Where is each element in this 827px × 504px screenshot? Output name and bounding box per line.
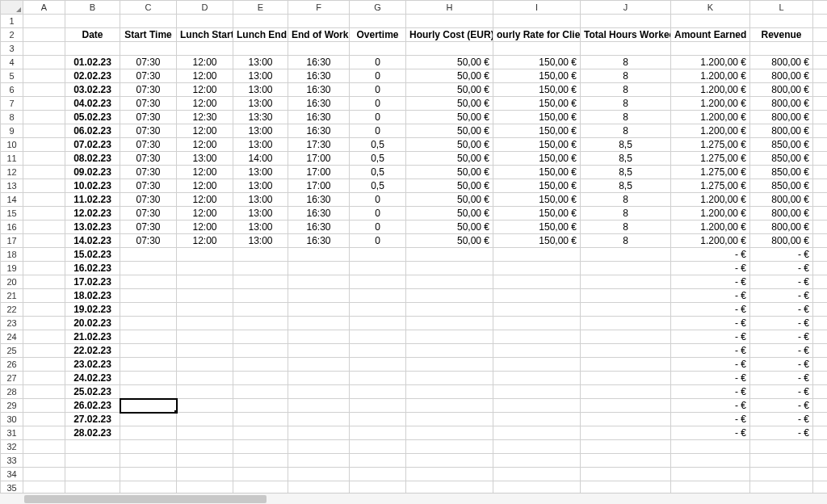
cell-M11[interactable] — [813, 152, 828, 166]
cell-K34[interactable] — [671, 468, 750, 481]
cell-J12[interactable]: 8,5 — [581, 166, 671, 179]
cell-L29[interactable]: - € — [750, 399, 813, 413]
cell-G8[interactable]: 0 — [350, 111, 406, 124]
cell-E24[interactable] — [233, 330, 288, 344]
horizontal-scrollbar[interactable] — [0, 493, 827, 504]
cell-D18[interactable] — [177, 248, 233, 262]
cell-E21[interactable] — [233, 289, 288, 303]
cell-A9[interactable] — [23, 124, 65, 138]
cell-B1[interactable] — [65, 15, 120, 28]
cell-L17[interactable]: 800,00 € — [750, 234, 813, 248]
cell-G25[interactable] — [350, 344, 406, 358]
cell-F16[interactable]: 16:30 — [288, 220, 350, 234]
cell-F5[interactable]: 16:30 — [288, 69, 350, 83]
cell-H2[interactable]: Hourly Cost (EUR) — [406, 28, 493, 42]
scroll-thumb[interactable] — [24, 495, 267, 503]
cell-L10[interactable]: 850,00 € — [750, 138, 813, 152]
cell-C16[interactable]: 07:30 — [120, 220, 177, 234]
cell-E7[interactable]: 13:00 — [233, 97, 288, 111]
cell-K29[interactable]: - € — [671, 399, 750, 413]
row-header-19[interactable]: 19 — [1, 262, 23, 275]
row-header-15[interactable]: 15 — [1, 207, 23, 220]
cell-B30[interactable]: 27.02.23 — [65, 413, 120, 426]
cell-J25[interactable] — [581, 344, 671, 358]
cell-D23[interactable] — [177, 317, 233, 330]
cell-I8[interactable]: 150,00 € — [493, 111, 581, 124]
cell-I33[interactable] — [493, 454, 581, 468]
cell-M12[interactable] — [813, 166, 828, 179]
cell-F19[interactable] — [288, 262, 350, 275]
cell-M14[interactable] — [813, 193, 828, 207]
cell-M32[interactable] — [813, 440, 828, 454]
cell-B9[interactable]: 06.02.23 — [65, 124, 120, 138]
cell-B26[interactable]: 23.02.23 — [65, 358, 120, 372]
cell-A22[interactable] — [23, 303, 65, 317]
cell-M22[interactable] — [813, 303, 828, 317]
cell-K27[interactable]: - € — [671, 372, 750, 385]
cell-A19[interactable] — [23, 262, 65, 275]
cell-M15[interactable] — [813, 207, 828, 220]
cell-C27[interactable] — [120, 372, 177, 385]
cell-J17[interactable]: 8 — [581, 234, 671, 248]
cell-I26[interactable] — [493, 358, 581, 372]
cell-M8[interactable] — [813, 111, 828, 124]
cell-J16[interactable]: 8 — [581, 220, 671, 234]
cell-D30[interactable] — [177, 413, 233, 426]
cell-D11[interactable]: 13:00 — [177, 152, 233, 166]
cell-A29[interactable] — [23, 399, 65, 413]
cell-I5[interactable]: 150,00 € — [493, 69, 581, 83]
cell-I14[interactable]: 150,00 € — [493, 193, 581, 207]
cell-G2[interactable]: Overtime — [350, 28, 406, 42]
cell-G9[interactable]: 0 — [350, 124, 406, 138]
cell-I25[interactable] — [493, 344, 581, 358]
cell-L3[interactable] — [750, 42, 813, 56]
cell-F14[interactable]: 16:30 — [288, 193, 350, 207]
cell-D12[interactable]: 12:00 — [177, 166, 233, 179]
cell-E18[interactable] — [233, 248, 288, 262]
cell-C25[interactable] — [120, 344, 177, 358]
cell-H33[interactable] — [406, 454, 493, 468]
cell-D31[interactable] — [177, 426, 233, 440]
cell-M5[interactable] — [813, 69, 828, 83]
cell-A14[interactable] — [23, 193, 65, 207]
cell-J31[interactable] — [581, 426, 671, 440]
row-header-16[interactable]: 16 — [1, 220, 23, 234]
cell-M29[interactable] — [813, 399, 828, 413]
row-header-5[interactable]: 5 — [1, 69, 23, 83]
cell-L5[interactable]: 800,00 € — [750, 69, 813, 83]
cell-A11[interactable] — [23, 152, 65, 166]
row-header-26[interactable]: 26 — [1, 358, 23, 372]
cell-C21[interactable] — [120, 289, 177, 303]
cell-B11[interactable]: 08.02.23 — [65, 152, 120, 166]
cell-D27[interactable] — [177, 372, 233, 385]
cell-L27[interactable]: - € — [750, 372, 813, 385]
cell-G19[interactable] — [350, 262, 406, 275]
cell-G22[interactable] — [350, 303, 406, 317]
cell-F28[interactable] — [288, 385, 350, 399]
cell-F7[interactable]: 16:30 — [288, 97, 350, 111]
select-all-corner[interactable] — [1, 1, 23, 15]
cell-H6[interactable]: 50,00 € — [406, 83, 493, 97]
cell-H34[interactable] — [406, 468, 493, 481]
cell-M1[interactable] — [813, 15, 828, 28]
cell-G15[interactable]: 0 — [350, 207, 406, 220]
cell-G23[interactable] — [350, 317, 406, 330]
row-header-12[interactable]: 12 — [1, 166, 23, 179]
cell-K5[interactable]: 1.200,00 € — [671, 69, 750, 83]
cell-L33[interactable] — [750, 454, 813, 468]
cell-D21[interactable] — [177, 289, 233, 303]
cell-D29[interactable] — [177, 399, 233, 413]
row-header-24[interactable]: 24 — [1, 330, 23, 344]
cell-E25[interactable] — [233, 344, 288, 358]
cell-E20[interactable] — [233, 275, 288, 289]
cell-L15[interactable]: 800,00 € — [750, 207, 813, 220]
cell-F17[interactable]: 16:30 — [288, 234, 350, 248]
cell-J8[interactable]: 8 — [581, 111, 671, 124]
cell-C28[interactable] — [120, 385, 177, 399]
cell-C22[interactable] — [120, 303, 177, 317]
cell-F26[interactable] — [288, 358, 350, 372]
cell-D16[interactable]: 12:00 — [177, 220, 233, 234]
cell-L19[interactable]: - € — [750, 262, 813, 275]
cell-C1[interactable] — [120, 15, 177, 28]
cell-K18[interactable]: - € — [671, 248, 750, 262]
